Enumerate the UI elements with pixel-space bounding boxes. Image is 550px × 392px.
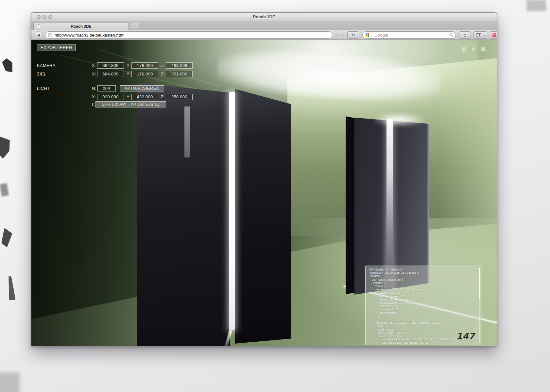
tab-roach-3de[interactable]: Roach 3DE [33,22,129,30]
site-identity-icon [48,33,52,37]
licht-z-field[interactable]: 350.000 [166,94,193,100]
addon-button[interactable] [490,31,497,39]
ziel-x-field[interactable]: 684.809 [97,71,124,77]
kamera-y-field[interactable]: 176.000 [131,62,158,69]
i-label: I: [92,102,95,107]
exportieren-button[interactable]: EXPORTIEREN [37,44,76,51]
browser-window: Roach 3DE Roach 3DE + ◀ ☆ ▾ ↻ ▾ ⌂ ▾ [31,12,497,346]
licht-y-field[interactable]: 422.000 [131,94,158,100]
x-axis-label: X: [92,63,96,68]
aktualisieren-button[interactable]: AKTUALISIEREN [120,85,164,91]
back-icon: ◀ [37,33,40,37]
back-button[interactable]: ◀ [35,31,43,39]
right-monolith-edge-highlight [428,123,429,284]
photo-artifact [0,228,13,248]
kamera-x-field[interactable]: 684.809 [97,62,124,69]
title-bar[interactable]: Roach 3DE [31,13,497,21]
reload-icon: ↻ [351,32,355,38]
scene-right-wall [436,40,497,236]
licht-intensity-field[interactable]: 50% (200W) TYP Omni Array [95,101,166,107]
viewport-tool-icons[interactable]: ▦ ⊕ ▣ [462,46,488,52]
panels-icon [476,33,481,37]
licht-row-xyz: X: 020.000 Y: 422.000 Z: 350.000 [37,94,195,100]
search-input[interactable] [374,32,443,38]
home-button[interactable]: ⌂ [459,31,471,39]
n-label: N: [92,86,96,91]
y-axis-label: Y: [127,72,130,76]
tab-bar: Roach 3DE + [31,21,497,30]
kamera-row: KAMERA X: 684.809 Y: 176.000 Z: 463.099 [37,62,195,69]
licht-x-field[interactable]: 020.000 [97,94,124,100]
book-page-number: 147 [456,331,474,341]
ziel-row: ZIEL X: 684.809 Y: 176.000 Z: 301.000 [37,71,195,77]
licht-row-intensity: I: 50% (200W) TYP Omni Array [37,101,169,107]
search-engine-caret-icon[interactable]: ▾ [370,34,372,37]
ziel-label: ZIEL [37,72,92,76]
google-icon [368,33,369,35]
ziel-y-field[interactable]: 176.000 [131,71,158,77]
bookmark-caret-icon[interactable]: ▾ [341,33,343,36]
panels-button[interactable]: ▾ [473,31,487,39]
y-axis-label: Y: [127,63,130,68]
y-axis-label: Y: [127,94,130,99]
photo-artifact [526,0,546,11]
right-monolith-top-flare [373,112,426,127]
3d-viewport[interactable]: EXPORTIEREN KAMERA X: 684.809 Y: 176.000… [31,40,497,346]
left-monolith-left-panel [137,83,230,346]
url-input[interactable] [55,32,326,38]
photo-artifact [0,183,9,196]
google-icon [366,35,367,37]
home-icon: ⌂ [463,32,466,38]
licht-n-field[interactable]: 004 [97,85,116,91]
panels-caret-icon: ▾ [484,34,485,37]
photo-artifact [7,276,16,301]
tab-label: Roach 3DE [34,24,129,29]
left-monolith-right-panel [235,89,291,344]
left-monolith-light-strip [229,92,235,330]
photo-artifact [0,372,20,392]
photo-artifact [0,137,11,160]
ziel-z-field[interactable]: 301.000 [166,71,193,77]
navigation-toolbar: ◀ ☆ ▾ ↻ ▾ ⌂ ▾ [31,30,497,40]
kamera-z-field[interactable]: 463.099 [166,62,193,69]
bookmark-star-icon[interactable]: ☆ [335,32,339,38]
code-scrollbar-thumb[interactable] [479,268,480,299]
google-icon [366,33,367,35]
window-title: Roach 3DE [31,14,497,19]
search-magnifier-icon[interactable] [449,33,452,36]
z-axis-label: Z: [161,63,165,68]
address-bar[interactable] [45,31,332,39]
addon-icon [492,33,496,37]
google-icon [368,35,369,37]
photo-artifact [1,57,15,74]
x-axis-label: X: [92,94,96,99]
search-bar[interactable]: ▾ [362,31,456,39]
reload-button[interactable]: ↻ [347,31,359,39]
kamera-label: KAMERA [37,63,92,68]
licht-label: LICHT [37,86,92,91]
z-axis-label: Z: [161,72,165,76]
z-axis-label: Z: [161,94,165,99]
left-monolith-reflection-bar [184,106,190,157]
right-monolith-light-strip [387,119,393,289]
x-axis-label: X: [92,72,96,76]
right-monolith-side-edge [346,116,355,294]
new-tab-button[interactable]: + [131,23,139,29]
licht-row-n: LICHT N: 004 AKTUALISIEREN [37,85,164,91]
viewport-toolbar[interactable]: ▦ ⊕ ▣ [462,46,488,52]
